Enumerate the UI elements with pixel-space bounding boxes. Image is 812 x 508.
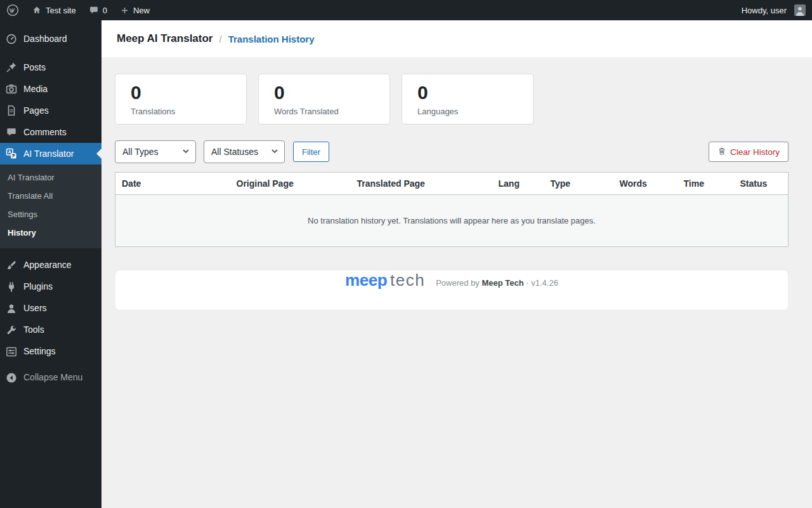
sidebar-item-comments[interactable]: Comments [0, 121, 102, 143]
sidebar-item-posts[interactable]: Posts [0, 57, 102, 78]
type-filter-value: All Types [122, 147, 159, 157]
sidebar-item-tools[interactable]: Tools [0, 319, 102, 341]
menu-separator [0, 50, 102, 57]
chevron-down-icon [271, 147, 278, 157]
status-filter-select[interactable]: All Statuses [204, 140, 285, 163]
submenu-item-ai-translator[interactable]: AI Translator [0, 169, 102, 187]
breadcrumb-separator: / [219, 34, 221, 44]
sidebar-item-label: Settings [23, 345, 56, 357]
new-button[interactable]: New [114, 0, 156, 20]
comments-count: 0 [103, 6, 107, 15]
powered-brand-link[interactable]: Meep Tech [481, 278, 523, 288]
column-header-status[interactable]: Status [734, 173, 789, 195]
howdy-menu[interactable]: Howdy, user [735, 0, 812, 20]
appearance-icon [5, 259, 18, 272]
new-label: New [133, 6, 150, 15]
wordpress-logo-button[interactable] [0, 0, 25, 20]
stat-card-languages: 0 Languages [402, 74, 534, 124]
sidebar-item-dashboard[interactable]: Dashboard [0, 28, 102, 50]
sidebar-item-label: Users [23, 302, 47, 314]
empty-state-message: No translation history yet. Translations… [115, 195, 789, 247]
powered-by-text: Powered by Meep Tech · v1.4.26 [436, 278, 558, 288]
posts-icon [5, 61, 18, 74]
column-header-words[interactable]: Words [613, 173, 678, 195]
filter-button[interactable]: Filter [293, 142, 329, 162]
main-content: Meep AI Translator / Translation History… [102, 0, 812, 311]
sidebar-item-media[interactable]: Media [0, 78, 102, 100]
version-label: · v1.4.26 [526, 278, 558, 288]
clear-history-button[interactable]: Clear History [709, 142, 789, 162]
plus-icon [120, 6, 129, 15]
sidebar: Dashboard Posts Media Pages Comments AI … [0, 20, 102, 508]
collapse-menu-button[interactable]: Collapse Menu [0, 367, 102, 389]
column-header-lang[interactable]: Lang [492, 173, 544, 195]
sidebar-item-appearance[interactable]: Appearance [0, 255, 102, 276]
sidebar-item-plugins[interactable]: Plugins [0, 276, 102, 298]
column-header-translated-page[interactable]: Translated Page [351, 173, 492, 195]
submenu-item-translate-all[interactable]: Translate All [0, 187, 102, 206]
column-header-time[interactable]: Time [678, 173, 734, 195]
sidebar-item-ai-translator[interactable]: AI Translator [0, 143, 102, 164]
sidebar-item-label: Plugins [23, 281, 53, 292]
plugins-icon [5, 281, 18, 293]
column-header-date[interactable]: Date [115, 173, 230, 195]
sidebar-item-label: Media [23, 83, 48, 95]
sidebar-item-label: Posts [23, 62, 46, 73]
sidebar-item-users[interactable]: Users [0, 298, 102, 319]
column-header-type[interactable]: Type [544, 173, 613, 195]
site-name-link[interactable]: Test site [25, 0, 82, 20]
ai-translator-submenu: AI Translator Translate All Settings His… [0, 164, 102, 248]
sidebar-item-label: AI Translator [23, 148, 74, 159]
sidebar-item-pages[interactable]: Pages [0, 100, 102, 121]
stat-value: 0 [131, 82, 231, 103]
stat-value: 0 [274, 82, 374, 103]
ai-translator-icon [5, 147, 18, 160]
filter-row: All Types All Statuses Filter Clear Hist… [115, 140, 789, 163]
breadcrumb-current-link[interactable]: Translation History [228, 34, 315, 44]
history-page: 0 Translations 0 Words Translated 0 Lang… [102, 57, 812, 311]
breadcrumb: Meep AI Translator / Translation History [102, 20, 812, 57]
page-title: Meep AI Translator [117, 32, 213, 45]
avatar [794, 4, 806, 16]
admin-bar-right: Howdy, user [735, 0, 812, 20]
column-header-original-page[interactable]: Original Page [230, 173, 351, 195]
submenu-item-history[interactable]: History [0, 224, 102, 243]
stat-card-words-translated: 0 Words Translated [258, 74, 390, 124]
stat-value: 0 [417, 82, 518, 103]
home-icon [32, 5, 42, 15]
stat-label: Translations [131, 107, 231, 116]
sidebar-item-label: Collapse Menu [23, 371, 82, 383]
meep-logo-text: meep [345, 271, 387, 290]
empty-state-row: No translation history yet. Translations… [115, 195, 789, 247]
sidebar-item-label: Comments [23, 126, 67, 138]
settings-icon [5, 345, 18, 358]
comments-bubble-icon [89, 5, 99, 15]
admin-bar-left: Test site 0 New [0, 0, 156, 20]
menu-separator [0, 248, 102, 255]
type-filter-select[interactable]: All Types [115, 140, 196, 163]
stat-label: Words Translated [274, 107, 374, 116]
site-name-label: Test site [46, 6, 76, 15]
dashboard-icon [5, 32, 18, 45]
sidebar-item-label: Dashboard [23, 33, 67, 44]
stat-label: Languages [417, 107, 518, 116]
wordpress-logo-icon [6, 4, 19, 17]
submenu-item-settings[interactable]: Settings [0, 206, 102, 224]
trash-icon [717, 147, 726, 157]
pages-icon [5, 104, 18, 117]
tech-logo-text: tech [390, 271, 425, 290]
howdy-label: Howdy, user [742, 6, 787, 15]
powered-prefix: Powered by [436, 278, 480, 288]
history-table: Date Original Page Translated Page Lang … [115, 172, 789, 247]
comments-menu[interactable]: 0 [82, 0, 114, 20]
sidebar-item-label: Tools [23, 324, 44, 335]
users-icon [5, 302, 18, 315]
sidebar-item-label: Pages [23, 105, 49, 116]
sidebar-item-settings[interactable]: Settings [0, 341, 102, 363]
sidebar-item-label: Appearance [23, 259, 72, 271]
admin-bar: Test site 0 New Howdy, user [0, 0, 812, 20]
clear-history-label: Clear History [730, 147, 780, 157]
chevron-down-icon [182, 147, 190, 157]
tools-icon [5, 324, 18, 337]
comments-icon [5, 126, 18, 138]
